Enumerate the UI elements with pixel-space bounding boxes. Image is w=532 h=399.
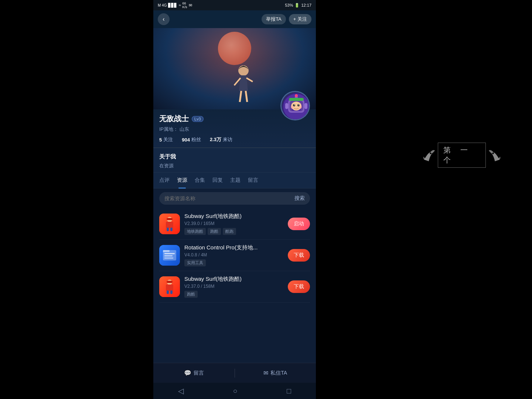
network-indicator: M 4G xyxy=(158,3,167,7)
app-item: Rotation Control Pro(支持地... V4.0.8 / 4M … xyxy=(159,240,310,271)
about-title: 关于我 xyxy=(159,153,310,160)
tabs-section: 点评 资源 合集 回复 主题 留言 xyxy=(153,172,316,188)
app-tag: 跑酷 xyxy=(208,228,221,235)
back-button[interactable]: ‹ xyxy=(158,13,170,25)
tab-collection[interactable]: 合集 xyxy=(195,172,205,188)
bottom-bar: 💬 留言 ✉ 私信TA xyxy=(153,363,316,383)
app-info-subway-2: Subway Surf(地铁跑酷) V2.37.0 / 158M 跑酷 xyxy=(184,276,283,298)
svg-point-20 xyxy=(294,105,295,105)
follow-button[interactable]: + 关注 xyxy=(289,14,311,24)
svg-rect-33 xyxy=(164,253,175,254)
app-name-subway-1: Subway Surf(地铁跑酷) xyxy=(184,213,283,220)
phone-frame: M 4G ▊▊▊ ≈ 66K/s ✉ 53% 🔋 12:17 ‹ 举报TA + … xyxy=(153,0,316,399)
about-section: 关于我 在资源 xyxy=(153,148,316,172)
app-version-subway-1: V2.39.0 / 165M xyxy=(184,221,283,226)
crane-left-icon xyxy=(421,146,436,164)
app-icon-subway-surf-1 xyxy=(159,214,180,234)
status-right: 53% 🔋 12:17 xyxy=(285,3,311,8)
speed-indicator: 66K/s xyxy=(183,1,187,9)
tab-comment-label: 留言 xyxy=(248,177,258,184)
back-icon: ‹ xyxy=(163,16,164,23)
svg-rect-32 xyxy=(163,250,170,252)
report-button[interactable]: 举报TA xyxy=(262,14,286,24)
wifi-icon: ≈ xyxy=(178,3,181,7)
svg-point-18 xyxy=(293,104,295,106)
svg-rect-38 xyxy=(167,281,173,283)
tab-theme[interactable]: 主题 xyxy=(230,172,241,188)
svg-rect-29 xyxy=(170,228,173,231)
header: ‹ 举报TA + 关注 xyxy=(153,10,316,28)
svg-rect-35 xyxy=(164,258,173,259)
battery-icon: 🔋 xyxy=(294,3,300,8)
nav-home-button[interactable]: ○ xyxy=(233,387,237,395)
svg-rect-28 xyxy=(167,228,169,231)
about-text: 在资源 xyxy=(159,163,310,169)
app-item: Subway Surf(地铁跑酷) V2.37.0 / 158M 跑酷 下载 xyxy=(159,271,310,303)
app-tags-rotation: 实用工具 xyxy=(184,259,283,266)
search-section: 搜索 xyxy=(153,188,316,208)
app-tag: 地铁跑酷 xyxy=(184,228,206,235)
message-icon: ✉ xyxy=(263,369,268,376)
time-label: 12:17 xyxy=(301,3,311,7)
comment-label: 留言 xyxy=(194,370,204,376)
svg-point-22 xyxy=(291,106,294,109)
profile-ip: IP属地： 山东 xyxy=(159,126,310,133)
battery-label: 53% xyxy=(285,3,293,7)
profile-level-badge: Lv3 xyxy=(192,116,204,122)
app-tag: 实用工具 xyxy=(184,259,206,266)
fans-label: 粉丝 xyxy=(191,136,201,143)
character-svg xyxy=(229,61,258,109)
nav-bar: ◁ ○ □ xyxy=(153,383,316,399)
tab-comment[interactable]: 留言 xyxy=(248,172,258,188)
tab-review[interactable]: 点评 xyxy=(159,172,170,188)
tab-resource[interactable]: 资源 xyxy=(177,172,187,188)
status-left: M 4G ▊▊▊ ≈ 66K/s ✉ xyxy=(158,1,192,9)
fans-count: 904 xyxy=(182,137,190,143)
svg-rect-27 xyxy=(166,222,173,228)
deco-frame: 第 一 个 xyxy=(438,143,486,168)
svg-rect-16 xyxy=(289,98,304,101)
app-tags-subway-2: 跑酷 xyxy=(184,291,283,298)
app-info-rotation: Rotation Control Pro(支持地... V4.0.8 / 4M … xyxy=(184,244,283,266)
svg-rect-41 xyxy=(170,290,173,294)
deco-text: 第 一 个 xyxy=(443,146,471,164)
app-name-subway-2: Subway Surf(地铁跑酷) xyxy=(184,276,283,283)
ip-label: IP属地： xyxy=(159,126,178,132)
hero-character xyxy=(221,50,266,109)
svg-point-0 xyxy=(238,65,249,76)
nav-recent-button[interactable]: □ xyxy=(287,387,291,395)
search-button[interactable]: 搜索 xyxy=(294,195,305,202)
tab-reply-label: 回复 xyxy=(212,177,223,184)
svg-rect-15 xyxy=(304,103,307,109)
app-tag: 跑酷 xyxy=(184,291,198,298)
app-action-rotation: 下载 xyxy=(288,249,310,262)
profile-stats: 5 关注 904 粉丝 2.3万 来访 xyxy=(159,136,310,147)
download-button-rotation[interactable]: 下载 xyxy=(288,249,310,262)
tab-review-label: 点评 xyxy=(159,177,170,184)
tab-theme-label: 主题 xyxy=(230,177,241,184)
svg-point-21 xyxy=(299,105,299,105)
app-version-rotation: V4.0.8 / 4M xyxy=(184,252,283,258)
svg-rect-40 xyxy=(167,290,169,294)
nav-back-button[interactable]: ◁ xyxy=(178,386,184,395)
launch-button-subway-1[interactable]: 启动 xyxy=(288,218,310,230)
svg-point-13 xyxy=(295,94,298,97)
tab-collection-label: 合集 xyxy=(195,177,205,184)
message-button[interactable]: ✉ 私信TA xyxy=(235,369,316,376)
download-button-subway-2[interactable]: 下载 xyxy=(288,280,310,293)
app-icon-subway-surf-2 xyxy=(159,276,180,297)
svg-rect-34 xyxy=(164,255,173,256)
signal-icon: ▊▊▊ xyxy=(168,3,177,8)
app-action-subway-2: 下载 xyxy=(288,280,310,293)
app-icon-rotation xyxy=(159,245,180,266)
app-tags-subway-1: 地铁跑酷 跑酷 酷跑 xyxy=(184,228,283,235)
svg-rect-39 xyxy=(166,284,173,291)
tab-reply[interactable]: 回复 xyxy=(212,172,223,188)
svg-line-4 xyxy=(246,78,253,82)
svg-point-23 xyxy=(299,106,302,109)
follow-label: 关注 xyxy=(163,136,173,143)
search-input[interactable] xyxy=(164,195,291,201)
comment-icon: 💬 xyxy=(184,369,191,376)
comment-button[interactable]: 💬 留言 xyxy=(153,369,235,376)
svg-line-1 xyxy=(240,91,241,102)
